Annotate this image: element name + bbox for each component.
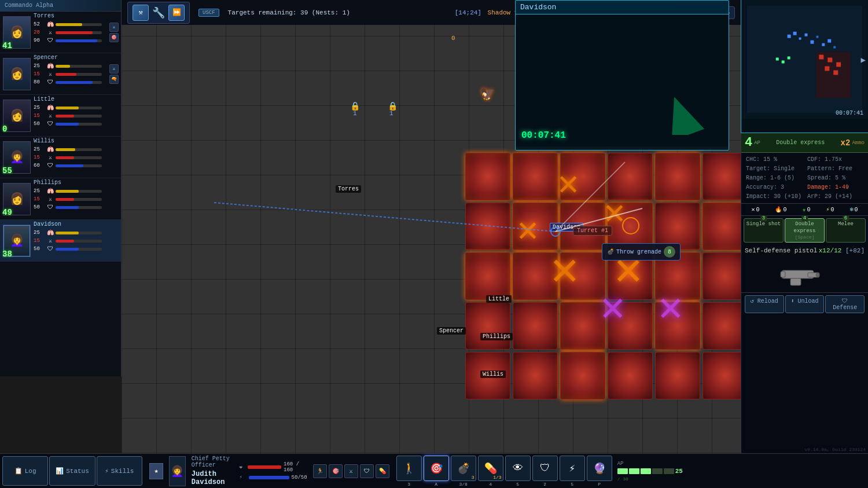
unit-number-torres: 41	[2, 41, 12, 50]
avatar-spencer: 👩	[3, 58, 31, 90]
throw-grenade-popup[interactable]: 💣 Throw grenade 8	[602, 243, 681, 260]
unit-full-name: Judith Davidson	[192, 470, 234, 486]
heal-cost: 4	[489, 482, 492, 487]
ap-pip-5	[664, 468, 674, 474]
unit-stats-willis: 25 🫁 15 ⚔️ 60 🛡	[34, 146, 102, 169]
ap-bar	[249, 476, 289, 479]
ammo-current: x12/12	[819, 247, 842, 254]
ammo-multiplier: x2	[841, 138, 851, 148]
fire-count: 0	[783, 207, 786, 213]
enemy-tile	[513, 352, 558, 399]
fire-modes: 3 Single shot 4 Double express [Space] 6…	[741, 216, 868, 245]
action-heal[interactable]: 💊 1/3 4	[478, 456, 503, 487]
melee-button[interactable]: 6 Melee	[826, 218, 866, 243]
unit-stats-phillips: 25 🫁 15 ⚔️ 50 🛡	[34, 188, 102, 211]
mini-map-content[interactable]: 00:07:41 ▶	[741, 0, 868, 119]
log-label: Log	[25, 468, 36, 475]
ap-pip-3	[641, 468, 651, 474]
overwatch-icon: 👁	[505, 456, 531, 481]
action-special2[interactable]: 🔮 P	[587, 456, 612, 487]
defense-button[interactable]: 🛡 Defense	[825, 295, 865, 313]
bottom-action-bar: ↺ Reload ⬇ Unload 🛡 Defense	[741, 292, 868, 315]
single-shot-button[interactable]: 3 Single shot	[744, 218, 784, 243]
ap-current-val: 25	[675, 468, 683, 475]
next-turn-button[interactable]: ⏩	[168, 5, 185, 21]
log-button[interactable]: 📋 Log	[2, 456, 48, 486]
unit-card-spencer[interactable]: 👩 Spencer 25 🫁 15 ⚔️ 80 🛡 ⚔ 🔫	[0, 53, 121, 95]
svg-rect-15	[833, 46, 836, 49]
move-cost: 3	[407, 482, 410, 487]
ap-icon: ⚡	[240, 474, 247, 480]
mini-map-timer: 00:07:41	[836, 110, 863, 116]
unit-name-davidson: Davidson	[34, 221, 61, 228]
action-overwatch[interactable]: 👁 5	[505, 456, 531, 487]
unload-icon: ⬇	[790, 298, 794, 304]
action-move[interactable]: 🚶 3	[396, 456, 422, 487]
unit-card-torres[interactable]: 👩 41 Torres 52 🫁 28 ⚔️ 90 🛡 ⚔ 🎯	[0, 12, 121, 53]
enemy-tile	[703, 203, 741, 250]
skills-button[interactable]: ⚡ Skills	[97, 456, 142, 486]
skill-icon-3[interactable]: ⚔	[344, 464, 358, 478]
ap-pip-1	[617, 468, 628, 474]
damage-label: Damage: 1-49	[807, 184, 849, 190]
log-status-section: 📋 Log 📊 Status ⚡ Skills	[0, 454, 145, 488]
action-shield[interactable]: 🛡 2	[532, 456, 558, 487]
shoot-icon: 🎯	[424, 456, 449, 481]
unit-rank-badge: ★	[149, 463, 163, 479]
chc-label: CHC: 15 %	[746, 156, 777, 163]
skill-icon-2[interactable]: 🎯	[329, 464, 343, 478]
unit-name-torres: Torres	[34, 13, 54, 19]
sword-count: 0	[756, 207, 760, 213]
skill-icon-1[interactable]: 🏃	[313, 464, 327, 478]
arp-label: ArP: 29 (+14)	[807, 193, 852, 200]
enemy-tile	[703, 153, 741, 200]
spread-label: Spread: 5 %	[807, 175, 845, 181]
pattern-stat: Pattern: Free	[805, 164, 866, 173]
status-button[interactable]: 📊 Status	[49, 456, 95, 486]
version-text: v0.14.0a, build 230124	[804, 447, 866, 452]
hp-value: 160 / 160	[284, 461, 307, 473]
svg-rect-14	[827, 39, 831, 43]
action-bar: 🚶 3 🎯 A 💣 3 3/8 💊 1/3 4 👁 5 🛡 2	[394, 454, 868, 488]
special1-cost: 5	[571, 482, 573, 487]
cdf-label: CDF: 1.75x	[807, 156, 842, 163]
prev-turn-button[interactable]: ⚒	[133, 5, 149, 21]
reload-button[interactable]: ↺ Reload	[745, 295, 784, 313]
unit-card-davidson[interactable]: 👩‍🦱 38 Davidson 25 🫁 15 ⚔️ 50 🛡	[0, 220, 121, 262]
enemy-tile	[560, 252, 605, 300]
mini-map-svg	[741, 0, 868, 119]
defense-icon: 🛡	[842, 298, 848, 304]
ap-pip-4	[652, 468, 663, 474]
action-grenade[interactable]: 💣 3 3/8	[451, 456, 476, 487]
svg-rect-20	[819, 55, 823, 60]
accuracy-stat: Accuracy: 3	[744, 183, 804, 192]
status-icon: 📊	[56, 467, 64, 475]
enemy-tile	[465, 302, 510, 350]
melee-label: Melee	[828, 221, 863, 228]
unit-card-phillips[interactable]: 👩 49 Phillips 25 🫁 15 ⚔️ 50 🛡	[0, 178, 121, 220]
enemy-tile	[465, 203, 510, 250]
svg-rect-27	[790, 278, 801, 285]
hp-icon: ❤	[240, 464, 245, 471]
grenade-icon: 💣 3	[451, 456, 476, 481]
unit-card-willis[interactable]: 👩‍🦱 55 Willis 25 🫁 15 ⚔️ 60 🛡	[0, 137, 121, 178]
enemy-tile	[655, 302, 700, 350]
unload-button[interactable]: ⬇ Unload	[785, 295, 825, 313]
unit-card-little[interactable]: 👩 0 Little 25 🫁 15 ⚔️ 50 🛡	[0, 95, 121, 137]
stun-icon: ⚡	[826, 206, 829, 213]
svg-rect-23	[825, 66, 829, 71]
action-special1[interactable]: ⚡ 5	[560, 456, 585, 487]
svg-rect-17	[782, 60, 785, 63]
stun-count: 0	[830, 207, 834, 213]
double-express-button[interactable]: 4 Double express [Space]	[785, 218, 825, 243]
unit-stats-spencer: 25 🫁 15 ⚔️ 80 🛡	[34, 63, 102, 86]
reload-label: Reload	[757, 298, 778, 304]
skill-icon-4[interactable]: 🛡	[360, 464, 374, 478]
svg-rect-9	[799, 38, 801, 40]
weapon-header: 4 AP Double express x2 Ammo	[741, 133, 868, 153]
mini-map-nav-right[interactable]: ▶	[861, 54, 866, 64]
defense-label: Defense	[833, 304, 857, 311]
skill-icon-5[interactable]: 💊	[376, 464, 389, 478]
shield-action-icon: 🛡	[532, 456, 558, 481]
action-shoot[interactable]: 🎯 A	[424, 456, 449, 487]
